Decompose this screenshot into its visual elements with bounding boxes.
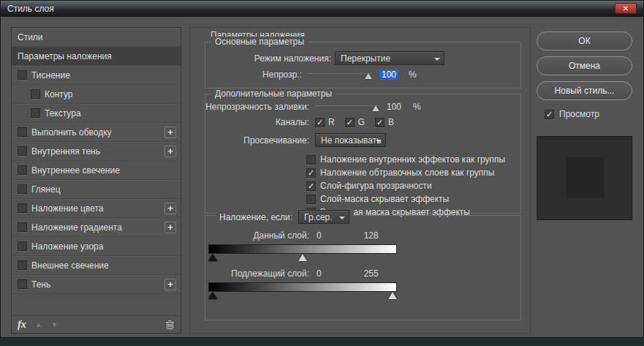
- fill-opacity-slider[interactable]: [315, 102, 379, 112]
- style-enable-checkbox[interactable]: [18, 165, 27, 175]
- add-effect-instance-button[interactable]: +: [164, 127, 176, 138]
- channel-label: R: [328, 117, 335, 127]
- blend-if-channel-dropdown[interactable]: Гр.сер.: [298, 210, 349, 224]
- trash-icon[interactable]: [165, 320, 175, 330]
- channel-checkbox-R[interactable]: [315, 118, 325, 127]
- blend-if-high-value[interactable]: 128: [364, 230, 379, 241]
- style-enable-checkbox[interactable]: [18, 146, 27, 156]
- sidebar-item-Глянец[interactable]: Глянец: [12, 180, 181, 199]
- option-checkbox[interactable]: [306, 195, 316, 204]
- channel-label: B: [388, 117, 394, 127]
- sidebar-item-Наложение узора[interactable]: Наложение узора: [12, 237, 181, 256]
- add-effect-instance-button[interactable]: +: [164, 222, 176, 233]
- sidebar-item-Стили[interactable]: Стили: [12, 28, 181, 47]
- channel-label: G: [358, 117, 365, 127]
- style-enable-checkbox[interactable]: [31, 89, 40, 99]
- blend-mode-dropdown[interactable]: Перекрытие: [335, 51, 444, 65]
- sidebar-item-label: Наложение цвета: [31, 203, 103, 214]
- option-label: Наложение обтравочных слоев как группы: [320, 168, 494, 178]
- advanced-blending-group: Дополнительные параметры Непрозрачность …: [205, 94, 521, 214]
- ok-button[interactable]: ОК: [537, 31, 632, 50]
- styles-sidebar: СтилиПараметры наложенияТиснениеКонтурТе…: [11, 27, 181, 334]
- channel-checkbox-G[interactable]: [345, 118, 355, 127]
- blend-if-marker[interactable]: [208, 254, 217, 261]
- preview-checkbox[interactable]: [545, 110, 554, 119]
- add-effect-instance-button[interactable]: +: [164, 279, 176, 290]
- advanced-blending-title: Дополнительные параметры: [211, 89, 336, 99]
- advanced-option[interactable]: Слой-маска скрывает эффекты: [306, 194, 520, 204]
- slider-thumb[interactable]: [372, 105, 379, 111]
- sidebar-item-Внутренняя тень[interactable]: Внутренняя тень+: [12, 142, 181, 161]
- blend-if-marker[interactable]: [208, 292, 217, 299]
- advanced-option[interactable]: Наложение внутренних эффектов как группы: [306, 154, 520, 165]
- fill-opacity-value[interactable]: 100: [387, 102, 401, 112]
- advanced-options-list: Наложение внутренних эффектов как группы…: [306, 154, 520, 217]
- sidebar-item-Внешнее свечение[interactable]: Внешнее свечение: [12, 256, 181, 275]
- titlebar[interactable]: Стиль слоя ✕: [1, 1, 643, 17]
- sidebar-item-label: Стили: [18, 32, 43, 42]
- advanced-option[interactable]: Слой-фигура прозрачности: [306, 181, 520, 191]
- blend-if-low-value[interactable]: 0: [317, 268, 322, 279]
- style-enable-checkbox[interactable]: [18, 241, 27, 251]
- sidebar-item-label: Внутреннее свечение: [31, 165, 120, 176]
- style-enable-checkbox[interactable]: [18, 203, 27, 213]
- sidebar-item-Параметры наложения[interactable]: Параметры наложения: [12, 47, 181, 66]
- sidebar-item-Тиснение[interactable]: Тиснение: [12, 66, 181, 85]
- chevron-down-icon: [339, 217, 345, 219]
- blend-if-markers: [208, 254, 397, 262]
- blend-if-marker[interactable]: [298, 254, 307, 261]
- style-enable-checkbox[interactable]: [18, 127, 27, 137]
- option-label: Слой-фигура прозрачности: [320, 181, 432, 191]
- close-icon[interactable]: ✕: [615, 3, 637, 14]
- opacity-value[interactable]: 100: [379, 69, 398, 80]
- fill-opacity-unit: %: [413, 102, 421, 112]
- channel-G: G: [345, 117, 365, 127]
- opacity-slider[interactable]: [308, 70, 372, 80]
- sidebar-item-Тень[interactable]: Тень+: [12, 275, 181, 294]
- knockout-label: Просвечивание:: [205, 135, 309, 146]
- new-style-button[interactable]: Новый стиль...: [537, 81, 632, 100]
- preview-label: Просмотр: [559, 109, 599, 119]
- blend-if-gradient-bar: [208, 244, 397, 254]
- style-enable-checkbox[interactable]: [18, 70, 27, 80]
- style-enable-checkbox[interactable]: [31, 108, 40, 118]
- sidebar-item-label: Глянец: [31, 184, 61, 195]
- blend-if-high-value[interactable]: 255: [364, 268, 379, 279]
- channel-R: R: [315, 117, 335, 127]
- option-checkbox[interactable]: [306, 181, 316, 191]
- style-enable-checkbox[interactable]: [18, 260, 27, 270]
- add-effect-instance-button[interactable]: +: [164, 203, 176, 214]
- fx-button[interactable]: fx: [18, 319, 26, 331]
- sidebar-item-Выполнить обводку[interactable]: Выполнить обводку+: [12, 123, 181, 142]
- cancel-button[interactable]: Отмена: [537, 56, 632, 75]
- style-enable-checkbox[interactable]: [18, 279, 27, 289]
- slider-track: [308, 73, 372, 74]
- blend-if-label: Наложение, если:: [219, 212, 292, 222]
- channel-checkbox-B[interactable]: [375, 118, 384, 127]
- knockout-dropdown[interactable]: Не показывать: [315, 133, 386, 147]
- advanced-option[interactable]: Наложение обтравочных слоев как группы: [306, 168, 520, 178]
- blend-if-gradient-bar: [208, 282, 397, 292]
- slider-thumb[interactable]: [365, 73, 372, 79]
- blend-if-low-value[interactable]: 0: [317, 230, 322, 241]
- blend-if-row-label: Подлежащий слой:: [205, 268, 309, 279]
- option-checkbox[interactable]: [306, 155, 316, 165]
- layer-style-dialog: Стиль слоя ✕ СтилиПараметры наложенияТис…: [0, 0, 644, 338]
- add-effect-instance-button[interactable]: +: [164, 146, 176, 157]
- channels-row: RGB: [315, 117, 394, 127]
- blend-mode-label: Режим наложения:: [205, 53, 331, 64]
- move-up-icon[interactable]: ▲: [35, 320, 42, 328]
- move-down-icon[interactable]: ▼: [51, 320, 58, 328]
- style-enable-checkbox[interactable]: [18, 184, 27, 194]
- sidebar-item-Наложение градиента[interactable]: Наложение градиента+: [12, 218, 181, 237]
- blend-if-marker[interactable]: [388, 292, 397, 299]
- sidebar-item-label: Наложение градиента: [31, 222, 122, 233]
- option-checkbox[interactable]: [306, 168, 316, 178]
- blend-mode-value: Перекрытие: [341, 53, 390, 64]
- style-enable-checkbox[interactable]: [18, 222, 27, 232]
- sidebar-item-Наложение цвета[interactable]: Наложение цвета+: [12, 199, 181, 218]
- sidebar-item-Внутреннее свечение[interactable]: Внутреннее свечение: [12, 161, 181, 180]
- sidebar-item-Текстура[interactable]: Текстура: [12, 104, 181, 123]
- sidebar-item-Контур[interactable]: Контур: [12, 85, 181, 104]
- opacity-label: Непрозр.:: [205, 69, 302, 80]
